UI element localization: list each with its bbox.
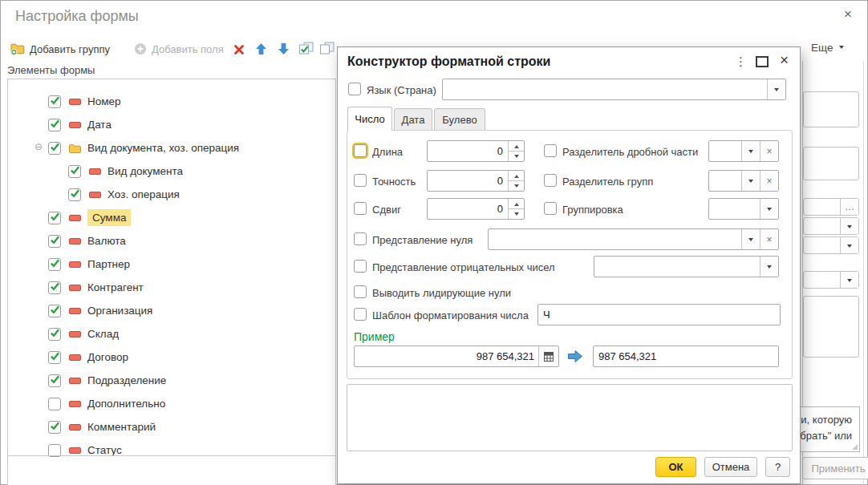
occluded-input[interactable] xyxy=(803,91,859,127)
precision-checkbox[interactable] xyxy=(354,174,367,187)
tree-item[interactable]: ⊖Вид документа, хоз. операция xyxy=(8,136,335,160)
format-template-input[interactable]: Ч xyxy=(537,304,781,325)
window-close-icon[interactable]: × xyxy=(844,7,852,21)
tree-item[interactable]: Статус xyxy=(8,439,335,462)
tree-item-checkbox[interactable] xyxy=(68,188,81,201)
example-result-input[interactable]: 987 654,321 xyxy=(593,346,779,367)
occluded-field[interactable]: … xyxy=(803,198,859,216)
help-button[interactable]: ? xyxy=(765,457,790,477)
dialog-menu-icon[interactable]: ⋮ xyxy=(735,55,747,69)
tree-item-checkbox[interactable] xyxy=(48,328,61,341)
tree-item[interactable]: Дополнительно xyxy=(8,392,335,415)
tree-item[interactable]: Комментарий xyxy=(8,415,335,439)
zero-presentation-combo[interactable]: × xyxy=(488,228,779,250)
clear-icon[interactable]: × xyxy=(760,141,778,161)
precision-spinner[interactable] xyxy=(508,171,524,191)
shift-input[interactable]: 0 xyxy=(427,198,525,220)
tree-item[interactable]: Хоз. операция xyxy=(8,183,335,206)
length-checkbox[interactable] xyxy=(354,144,367,157)
tab-number[interactable]: Число xyxy=(347,107,392,131)
maximize-icon[interactable] xyxy=(756,56,769,67)
delete-icon[interactable] xyxy=(233,44,245,58)
precision-input[interactable]: 0 xyxy=(427,170,525,192)
tree-item-checkbox[interactable] xyxy=(48,235,61,248)
tab-date[interactable]: Дата xyxy=(394,108,432,131)
tree-item[interactable]: Сумма xyxy=(8,206,335,229)
example-source-input[interactable]: 987 654,321 xyxy=(354,346,559,367)
group-separator-checkbox[interactable] xyxy=(544,174,557,187)
tree-item-checkbox[interactable] xyxy=(48,95,61,108)
dropdown-icon[interactable] xyxy=(840,218,858,234)
occluded-field[interactable] xyxy=(803,271,859,289)
tree-item-checkbox[interactable] xyxy=(48,119,61,131)
zero-presentation-checkbox[interactable] xyxy=(354,232,367,245)
move-up-icon[interactable] xyxy=(255,42,267,58)
tree-item-checkbox[interactable] xyxy=(48,258,61,271)
tree-item-checkbox[interactable] xyxy=(48,374,61,387)
tree-item[interactable]: Подразделение xyxy=(8,369,335,392)
tree-item[interactable]: Склад xyxy=(8,322,335,346)
add-group-button[interactable]: Добавить группу xyxy=(10,42,110,55)
chevron-down-icon xyxy=(839,46,844,51)
collapse-icon[interactable]: ⊖ xyxy=(34,142,43,152)
tree-item-checkbox[interactable] xyxy=(68,165,81,178)
dropdown-icon[interactable] xyxy=(767,79,785,99)
tree-item-checkbox[interactable] xyxy=(48,142,61,155)
language-checkbox[interactable] xyxy=(348,83,361,95)
ellipsis-icon[interactable]: … xyxy=(840,199,858,215)
ok-button[interactable]: ОК xyxy=(655,457,696,477)
dropdown-icon[interactable] xyxy=(760,199,778,219)
tree-item[interactable]: Вид документа xyxy=(8,160,335,183)
dropdown-icon[interactable] xyxy=(741,171,760,191)
check-all-icon[interactable] xyxy=(298,42,314,58)
clear-icon[interactable]: × xyxy=(760,229,778,249)
tree-item-checkbox[interactable] xyxy=(48,421,61,434)
length-spinner[interactable] xyxy=(508,141,524,161)
length-input[interactable]: 0 xyxy=(427,140,525,162)
move-down-icon[interactable] xyxy=(278,42,290,58)
tree-item[interactable]: Номер xyxy=(8,90,335,113)
tree-item[interactable]: Партнер xyxy=(8,253,335,276)
tree-item-checkbox[interactable] xyxy=(48,212,61,224)
group-separator-combo[interactable]: × xyxy=(708,170,779,192)
tree-item[interactable]: Валюта xyxy=(8,229,335,253)
tree-item[interactable]: Контрагент xyxy=(8,276,335,299)
occluded-input[interactable] xyxy=(803,147,859,180)
resize-grip[interactable] xyxy=(852,444,858,450)
language-combo[interactable] xyxy=(442,79,786,100)
decimal-separator-combo[interactable]: × xyxy=(708,140,779,162)
calculator-icon[interactable] xyxy=(538,346,558,366)
cancel-button[interactable]: Отмена xyxy=(704,457,757,477)
tree-item-checkbox[interactable] xyxy=(48,305,61,317)
decimal-separator-checkbox[interactable] xyxy=(544,144,557,157)
dropdown-icon[interactable] xyxy=(840,237,858,253)
tree-item-checkbox[interactable] xyxy=(48,281,61,294)
more-button[interactable]: Еще xyxy=(811,42,844,54)
grouping-checkbox[interactable] xyxy=(544,202,557,215)
apply-button[interactable]: Применить xyxy=(802,457,868,479)
tree-item[interactable]: Организация xyxy=(8,299,335,322)
shift-checkbox[interactable] xyxy=(354,202,367,215)
leading-zeros-checkbox[interactable] xyxy=(354,285,367,298)
tree-item[interactable]: Дата xyxy=(8,113,335,136)
occluded-field[interactable] xyxy=(803,217,859,235)
dialog-close-icon[interactable]: × xyxy=(780,52,789,67)
dropdown-icon[interactable] xyxy=(741,229,760,249)
dropdown-icon[interactable] xyxy=(760,257,778,277)
negative-presentation-combo[interactable] xyxy=(594,256,779,277)
grouping-combo[interactable] xyxy=(708,198,779,220)
add-fields-button[interactable]: Добавить поля xyxy=(134,42,224,55)
tree-item-checkbox[interactable] xyxy=(48,351,61,364)
clear-icon[interactable]: × xyxy=(760,171,778,191)
tree-item-checkbox[interactable] xyxy=(48,398,61,410)
negative-presentation-checkbox[interactable] xyxy=(354,260,367,273)
tree-item[interactable]: Договор xyxy=(8,346,335,369)
dropdown-icon[interactable] xyxy=(840,272,858,288)
occluded-field[interactable] xyxy=(803,236,859,254)
dropdown-icon[interactable] xyxy=(741,141,760,161)
shift-spinner[interactable] xyxy=(508,199,524,219)
language-label: Язык (Страна) xyxy=(367,84,436,96)
format-template-checkbox[interactable] xyxy=(354,308,367,321)
uncheck-all-icon[interactable] xyxy=(319,42,335,58)
tab-boolean[interactable]: Булево xyxy=(434,108,485,131)
